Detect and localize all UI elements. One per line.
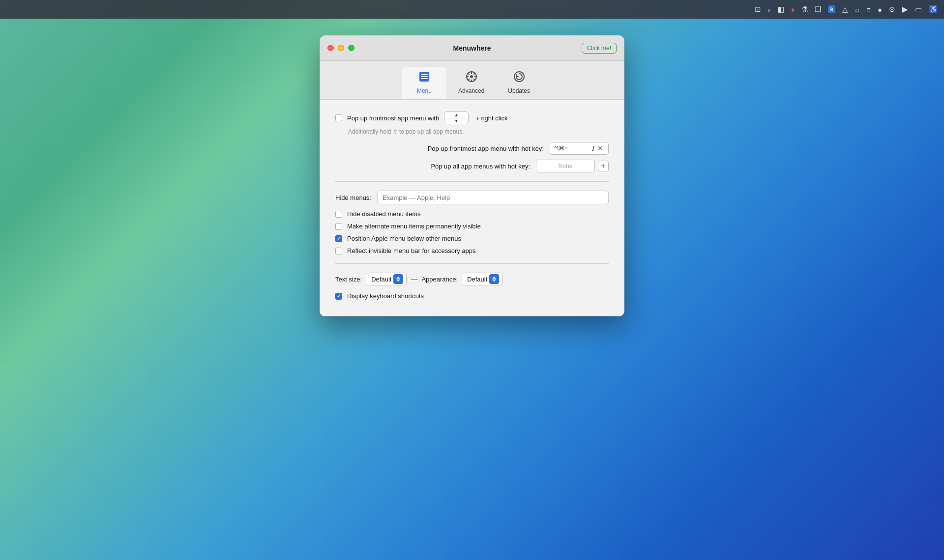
alternate-visible-checkbox[interactable] (335, 223, 342, 230)
text-size-value: Default (371, 276, 391, 283)
wifi-icon: ⊛ (889, 5, 895, 14)
hide-menus-row: Hide menus: (335, 191, 609, 204)
dash-separator: — (411, 275, 417, 283)
svg-rect-2 (421, 76, 428, 77)
hotkey-value: ^\⌘↑ (554, 145, 590, 152)
menu-tab-icon (418, 71, 430, 85)
text-appearance-row: Text size: Default — Appearance: Default (335, 273, 609, 285)
k-icon: k (828, 5, 835, 13)
divider-2 (335, 263, 609, 264)
dash-icon: ◧ (777, 5, 784, 14)
minimize-button[interactable] (338, 45, 344, 51)
appearance-arrow (489, 274, 499, 284)
tab-menu[interactable]: Menu (402, 67, 446, 99)
tab-updates-label: Updates (508, 87, 530, 94)
accessibility-icon: ♿ (929, 5, 938, 14)
traffic-lights (327, 45, 354, 51)
chevron-icon: › (768, 5, 770, 14)
menu-bar: ⊡ › ◧ ♦ ⚗ ❏ k △ ⌕ ≡ ● ⊛ ▶ ▭ ♿ (0, 0, 944, 19)
svg-point-5 (470, 75, 473, 78)
tab-advanced[interactable]: Advanced (446, 67, 496, 99)
malware-icon: ♦ (791, 5, 795, 14)
popup-hotkey-row: Pop up frontmost app menu with hot key: … (335, 142, 609, 155)
none-placeholder: None (540, 163, 590, 169)
search-icon[interactable]: ⌕ (855, 5, 859, 14)
keyboard-shortcuts-label: Display keyboard shortcuts (347, 292, 424, 300)
appearance-value: Default (467, 276, 487, 283)
app-window: Menuwhere Click me! Menu (320, 35, 624, 316)
popup-hotkey-field[interactable]: ^\⌘↑ 𝐼 ✕ (550, 142, 609, 155)
content-area: Pop up frontmost app menu with ▲ ▼ + rig… (320, 100, 624, 316)
key-stepper[interactable]: ▲ ▼ (444, 112, 469, 124)
apple-below-label: Position Apple menu below other menus (347, 235, 461, 242)
popup-mouse-row: Pop up frontmost app menu with ▲ ▼ + rig… (335, 112, 609, 124)
hotkey-add-button[interactable]: + (598, 161, 609, 171)
green-dot-icon: ● (878, 5, 882, 14)
reflect-invisible-label: Reflect invisible menu bar for accessory… (347, 247, 476, 254)
popup-mouse-hint: Additionally hold ⇧ to pop up all app me… (348, 128, 609, 135)
reflect-invisible-checkbox[interactable] (335, 248, 342, 254)
maximize-button[interactable] (348, 45, 354, 51)
apple-below-row: Position Apple menu below other menus (335, 235, 609, 242)
svg-line-13 (468, 79, 470, 80)
apple-below-checkbox[interactable] (335, 235, 342, 242)
text-size-select[interactable]: Default (366, 273, 407, 285)
hotkey-clear-button[interactable]: ✕ (596, 144, 604, 152)
text-size-label: Text size: (335, 276, 362, 283)
arrow-down-icon-2 (492, 280, 496, 281)
hide-menus-label: Hide menus: (335, 194, 371, 201)
right-click-label: + right click (475, 114, 507, 122)
alternate-visible-label: Make alternate menu items permanently vi… (347, 223, 481, 230)
keyboard-shortcuts-row: Display keyboard shortcuts (335, 292, 609, 300)
popup-mouse-label: Pop up frontmost app menu with (347, 114, 439, 122)
reflect-invisible-row: Reflect invisible menu bar for accessory… (335, 247, 609, 254)
popup-hotkey-label: Pop up frontmost app menu with hot key: (335, 145, 550, 152)
flask-icon: ⚗ (801, 5, 808, 14)
arrow-up-icon-2 (492, 277, 496, 279)
play-icon: ▶ (902, 5, 908, 14)
svg-rect-1 (421, 74, 428, 75)
click-me-button[interactable]: Click me! (582, 43, 617, 54)
tabs-bar: Menu Advanced (320, 61, 624, 100)
svg-line-10 (468, 73, 470, 75)
divider-1 (335, 181, 609, 182)
popup-mouse-checkbox[interactable] (335, 114, 342, 121)
dropbox-icon: ❏ (815, 5, 821, 14)
svg-rect-3 (421, 78, 428, 79)
arrow-down-icon (396, 280, 400, 281)
stepper-up[interactable]: ▲ (444, 112, 468, 118)
monitor-icon: ▭ (915, 5, 922, 14)
advanced-tab-icon (466, 71, 477, 85)
svg-line-12 (473, 73, 475, 75)
appearance-select[interactable]: Default (462, 273, 502, 285)
appearance-label: Appearance: (421, 276, 458, 283)
text-size-arrow (393, 274, 403, 284)
keyboard-shortcuts-checkbox[interactable] (335, 293, 342, 300)
popup-all-hotkey-row: Pop up all app menus with hot key: None … (335, 160, 609, 172)
popup-all-hotkey-label: Pop up all app menus with hot key: (335, 163, 536, 170)
tab-updates[interactable]: Updates (496, 67, 542, 99)
popup-all-hotkey-field[interactable]: None (536, 160, 595, 172)
hide-disabled-checkbox[interactable] (335, 211, 342, 218)
hotkey-cursor-icon: 𝐼 (592, 144, 594, 153)
updates-tab-icon (513, 71, 525, 85)
hide-menus-input[interactable] (377, 191, 609, 204)
close-button[interactable] (327, 45, 334, 51)
delta-icon: △ (842, 5, 848, 14)
window-icon: ⊡ (755, 5, 761, 14)
arrow-up-icon (396, 277, 400, 279)
hide-disabled-row: Hide disabled menu items (335, 210, 609, 218)
tab-advanced-label: Advanced (458, 87, 484, 94)
list-icon: ≡ (866, 5, 871, 14)
alternate-visible-row: Make alternate menu items permanently vi… (335, 223, 609, 230)
title-bar: Menuwhere Click me! (320, 35, 624, 61)
stepper-down[interactable]: ▼ (444, 118, 468, 124)
window-title: Menuwhere (453, 44, 491, 52)
hide-disabled-label: Hide disabled menu items (347, 210, 421, 218)
svg-line-11 (473, 79, 475, 80)
tab-menu-label: Menu (417, 87, 432, 94)
